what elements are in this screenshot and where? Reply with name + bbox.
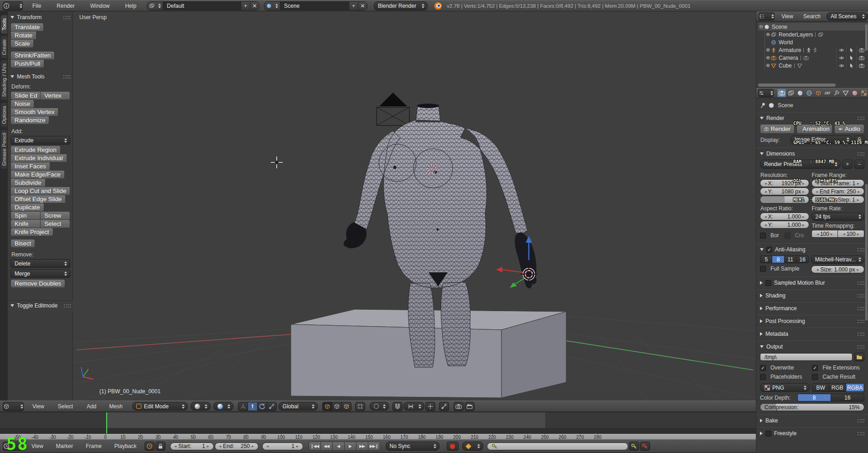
scale-button[interactable]: Scale xyxy=(10,39,34,48)
operator-panel-toggle-editmode[interactable]: Toggle Editmode xyxy=(10,302,71,309)
menu-outliner-view[interactable]: View xyxy=(777,13,797,20)
tab-options[interactable]: Options xyxy=(1,102,8,128)
auto-keyframe-record-button[interactable] xyxy=(447,442,459,451)
manipulator-rotate-button[interactable] xyxy=(257,402,267,411)
pivot-center-select[interactable] xyxy=(213,402,233,411)
color-depth-8-toggle[interactable]: 8 xyxy=(797,394,831,401)
hide-toggle[interactable] xyxy=(836,46,846,54)
delete-menu[interactable]: Delete xyxy=(10,259,70,268)
aa-samples-16[interactable]: 16 xyxy=(796,255,808,263)
file-format-select[interactable]: PNG xyxy=(760,383,810,392)
menu-select[interactable]: Select xyxy=(54,403,77,410)
time-remap-new-field[interactable]: ◂100▸ xyxy=(837,230,864,238)
aa-samples-8[interactable]: 8 xyxy=(772,255,784,263)
snap-toggle-button[interactable] xyxy=(393,402,403,411)
scene-selector[interactable]: Scene + ✕ xyxy=(264,1,367,10)
randomize-button[interactable]: Randomize xyxy=(10,116,49,125)
make-edge-face-button[interactable]: Make Edge/Face xyxy=(10,170,65,179)
proportional-edit-select[interactable] xyxy=(370,402,389,411)
compression-slider[interactable]: Compression:15% xyxy=(760,403,864,411)
delete-scene-button[interactable]: ✕ xyxy=(358,2,367,10)
menu-mesh[interactable]: Mesh xyxy=(105,403,127,410)
expand-icon[interactable]: ⊕ xyxy=(765,62,771,68)
pixel-filter-select[interactable]: Mitchell-Netrav... xyxy=(811,255,864,264)
remove-doubles-button[interactable]: Remove Doubles xyxy=(10,279,65,288)
panel-bake[interactable]: Bake xyxy=(760,417,864,424)
color-rgb-toggle[interactable]: RGB xyxy=(829,383,846,392)
selectable-toggle[interactable] xyxy=(846,62,856,69)
color-depth-16-toggle[interactable]: 16 xyxy=(831,394,864,401)
limit-selection-visible-button[interactable] xyxy=(355,402,365,411)
knife-select-button[interactable]: Select xyxy=(40,219,70,228)
tab-material[interactable] xyxy=(850,89,859,97)
manipulator-axes-button[interactable] xyxy=(238,402,248,411)
render-button[interactable]: Render xyxy=(760,124,795,134)
menu-tl-marker[interactable]: Marker xyxy=(52,443,77,449)
tab-world[interactable] xyxy=(805,89,813,97)
render-toggle[interactable] xyxy=(856,46,866,54)
outliner-item-renderlayers[interactable]: ⊕ RenderLayers xyxy=(765,31,868,38)
current-frame-indicator[interactable] xyxy=(106,412,107,433)
add-scene-button[interactable]: + xyxy=(349,2,358,10)
panel-transform[interactable]: Transform xyxy=(10,14,70,21)
outliner-vertical-scrollbar[interactable] xyxy=(865,24,868,51)
freestyle-checkbox[interactable] xyxy=(765,431,771,437)
panel-post-processing[interactable]: Post Processing xyxy=(760,318,864,324)
viewport-3d[interactable]: User Persp (1) PBW_00_Nude_0001 xyxy=(73,11,756,401)
crop-checkbox[interactable] xyxy=(785,233,790,239)
browse-folder-button[interactable] xyxy=(854,353,864,361)
menu-add[interactable]: Add xyxy=(83,403,100,410)
editor-type-button-properties[interactable] xyxy=(758,89,774,97)
translate-button[interactable]: Translate xyxy=(10,23,44,31)
drag-dots-icon[interactable] xyxy=(63,75,70,78)
hide-toggle[interactable] xyxy=(836,62,846,69)
outliner-item-cube[interactable]: ⊕ Cube xyxy=(765,62,868,69)
output-path-field[interactable]: /tmp\ xyxy=(760,353,852,361)
menu-tl-frame[interactable]: Frame xyxy=(82,443,106,449)
menu-outliner-search[interactable]: Search xyxy=(799,13,825,20)
lock-time-cursor-button[interactable] xyxy=(155,442,165,451)
render-toggle[interactable] xyxy=(856,62,866,69)
panel-sampled-motion-blur[interactable]: Sampled Motion Blur xyxy=(760,280,864,286)
select-mode-edge-button[interactable] xyxy=(332,402,342,411)
tab-object[interactable] xyxy=(814,89,822,97)
placeholders-checkbox[interactable] xyxy=(760,374,766,380)
opengl-render-image-button[interactable] xyxy=(454,402,464,411)
color-bw-toggle[interactable]: BW xyxy=(812,383,829,392)
border-checkbox[interactable] xyxy=(760,233,766,239)
add-layout-button[interactable]: + xyxy=(241,2,250,10)
panel-output[interactable]: Output xyxy=(760,344,864,350)
timeline-area[interactable]: -50-40-30-20-100102030405060708090100110… xyxy=(0,412,756,439)
smooth-vertex-button[interactable]: Smooth Vertex xyxy=(10,108,58,116)
menu-render[interactable]: Render xyxy=(52,3,78,9)
menu-file[interactable]: File xyxy=(28,3,45,9)
viewport-shading-select[interactable] xyxy=(191,402,211,411)
scene-name[interactable]: Scene xyxy=(280,2,349,10)
outliner-item-camera[interactable]: ⊕ Camera xyxy=(765,54,868,62)
motion-blur-checkbox[interactable] xyxy=(765,280,771,286)
filter-size-field[interactable]: ◂Size: 1.000 px▸ xyxy=(811,266,864,273)
panel-performance[interactable]: Performance xyxy=(760,305,864,312)
inset-faces-button[interactable]: Inset Faces xyxy=(10,162,50,171)
mode-select[interactable]: Edit Mode xyxy=(132,402,188,411)
outliner-item-world[interactable]: World xyxy=(765,38,868,46)
expand-icon[interactable]: ⊕ xyxy=(765,55,771,61)
collapse-icon[interactable]: ⊖ xyxy=(758,24,764,30)
color-rgba-toggle[interactable]: RGBA xyxy=(846,383,864,392)
outliner-item-armature[interactable]: ⊕ Armature xyxy=(765,46,868,54)
anti-aliasing-checkbox[interactable] xyxy=(766,247,772,253)
merge-menu[interactable]: Merge xyxy=(10,269,70,278)
playback-range-button[interactable] xyxy=(145,442,155,451)
expand-icon[interactable]: ⊕ xyxy=(765,47,771,53)
panel-freestyle[interactable]: Freestyle xyxy=(760,430,864,437)
tab-scene[interactable] xyxy=(796,89,804,97)
tab-constraints[interactable] xyxy=(823,89,832,97)
snap-target-button[interactable] xyxy=(425,402,435,411)
offset-edge-slide-button[interactable]: Offset Edge Slide xyxy=(10,195,66,203)
aa-samples-5[interactable]: 5 xyxy=(760,255,772,263)
expand-icon[interactable]: ⊕ xyxy=(765,31,771,37)
extrude-individual-button[interactable]: Extrude Individual xyxy=(10,154,67,162)
extrude-menu[interactable]: Extrude xyxy=(10,136,70,145)
manipulator-scale-button[interactable] xyxy=(267,402,277,411)
extrude-region-button[interactable]: Extrude Region xyxy=(10,146,61,154)
